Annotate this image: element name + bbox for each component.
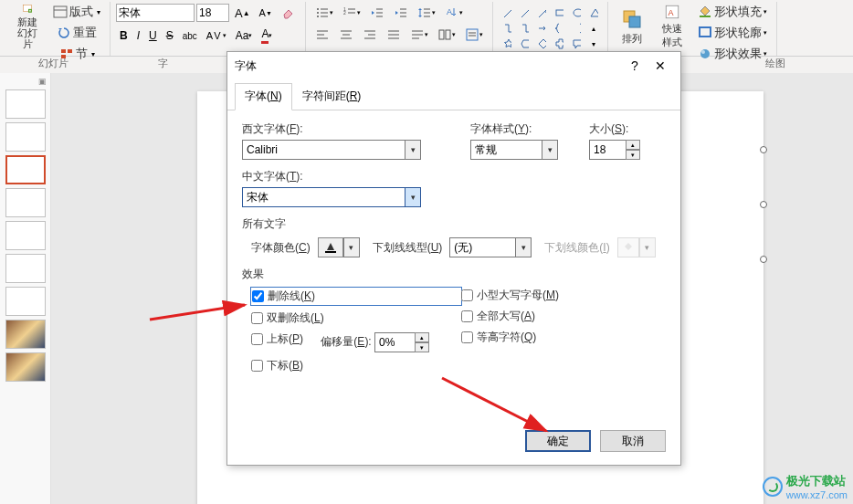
dialog-help-button[interactable]: ? bbox=[622, 55, 648, 77]
svg-rect-45 bbox=[467, 29, 478, 40]
columns-icon bbox=[437, 27, 452, 42]
align-left-button[interactable] bbox=[311, 26, 333, 44]
shape-outline-button[interactable]: 形状轮廓▾ bbox=[694, 23, 771, 43]
change-case-button[interactable]: Aa▾ bbox=[232, 26, 257, 45]
chevron-down-icon[interactable]: ▾ bbox=[542, 140, 558, 160]
dialog-close-button[interactable]: ✕ bbox=[648, 55, 673, 77]
chevron-down-icon[interactable]: ▾ bbox=[405, 187, 421, 207]
align-left-icon bbox=[315, 27, 330, 42]
underline-input[interactable] bbox=[449, 237, 515, 257]
spin-down[interactable]: ▾ bbox=[626, 150, 640, 160]
shape-plus[interactable] bbox=[551, 35, 567, 53]
increase-indent-button[interactable] bbox=[390, 4, 412, 22]
quick-style-button[interactable]: A 快速样式 bbox=[654, 2, 690, 51]
bullets-button[interactable]: ▾ bbox=[311, 4, 337, 22]
outline-icon bbox=[698, 26, 712, 40]
font-name-select[interactable] bbox=[116, 4, 195, 22]
new-slide-button[interactable]: 新建 幻灯片 bbox=[9, 2, 46, 51]
underline-button[interactable]: U bbox=[145, 26, 161, 45]
subscript-checkbox[interactable]: 下标(B) bbox=[251, 358, 461, 373]
chevron-down-icon[interactable]: ▾ bbox=[405, 140, 421, 160]
strike-button[interactable]: S bbox=[163, 26, 177, 45]
selection-handle[interactable] bbox=[760, 146, 767, 153]
all-caps-checkbox[interactable]: 全部大写(A) bbox=[461, 309, 559, 324]
spin-down[interactable]: ▾ bbox=[415, 342, 429, 352]
font-size-select[interactable] bbox=[196, 4, 229, 22]
bold-button[interactable]: B bbox=[116, 26, 132, 45]
columns-button[interactable]: ▾ bbox=[434, 26, 459, 44]
svg-rect-4 bbox=[61, 49, 66, 53]
increase-font-button[interactable]: A▲ bbox=[231, 4, 254, 22]
shadow-button[interactable]: abc bbox=[179, 26, 201, 45]
strikethrough-checkbox[interactable]: 删除线(K) bbox=[251, 288, 461, 305]
cancel-button[interactable]: 取消 bbox=[600, 430, 666, 452]
size-input[interactable] bbox=[589, 140, 626, 160]
offset-spinner[interactable]: ▴▾ bbox=[374, 332, 429, 352]
western-font-input[interactable] bbox=[242, 140, 405, 160]
font-color-button[interactable]: ▾ bbox=[318, 237, 360, 257]
shape-fill-button[interactable]: 形状填充▾ bbox=[694, 2, 771, 22]
italic-button[interactable]: I bbox=[133, 26, 143, 45]
align-text-button[interactable]: ▾ bbox=[461, 26, 487, 44]
shape-diamond[interactable] bbox=[533, 35, 550, 53]
chevron-down-icon[interactable]: ▾ bbox=[515, 237, 532, 257]
ribbon-group-arrange: 排列 A 快速样式 形状填充▾ 形状轮廓▾ 形状效果▾ bbox=[608, 2, 777, 56]
equalize-checkbox[interactable]: 等高字符(Q) bbox=[461, 330, 559, 345]
arrange-button[interactable]: 排列 bbox=[614, 2, 650, 51]
selection-handle[interactable] bbox=[760, 256, 767, 263]
section-font-label: 字 bbox=[106, 57, 219, 73]
dialog-button-row: 确定 取消 bbox=[227, 421, 680, 465]
superscript-checkbox[interactable]: 上标(P) bbox=[251, 331, 303, 347]
chinese-font-combo[interactable]: ▾ bbox=[242, 187, 423, 207]
tab-font[interactable]: 字体(N) bbox=[235, 83, 292, 110]
slide-thumb-3[interactable] bbox=[5, 155, 46, 184]
slide-thumb-5[interactable] bbox=[5, 221, 46, 250]
distribute-button[interactable]: ▾ bbox=[406, 26, 432, 44]
chinese-font-input[interactable] bbox=[242, 187, 405, 207]
shape-callout[interactable] bbox=[568, 35, 584, 53]
layout-button[interactable]: 版式▾ bbox=[49, 2, 104, 22]
western-font-combo[interactable]: ▾ bbox=[242, 140, 452, 160]
slide-thumb-7[interactable] bbox=[5, 287, 46, 316]
align-justify-button[interactable] bbox=[383, 26, 405, 44]
char-spacing-button[interactable]: AV▾ bbox=[203, 26, 230, 45]
ok-button[interactable]: 确定 bbox=[525, 430, 591, 452]
font-style-combo[interactable]: ▾ bbox=[470, 140, 571, 160]
double-strike-checkbox[interactable]: 双删除线(L) bbox=[251, 310, 461, 326]
shape-star[interactable] bbox=[499, 35, 515, 53]
selection-handle[interactable] bbox=[760, 201, 767, 208]
numbering-button[interactable]: 12▾ bbox=[339, 4, 364, 22]
western-font-label: 西文字体(F): bbox=[242, 121, 452, 137]
slide-thumb-1[interactable] bbox=[5, 89, 46, 119]
slide-thumb-9[interactable] bbox=[5, 352, 46, 382]
underline-combo[interactable]: ▾ bbox=[449, 237, 532, 257]
spin-up[interactable]: ▴ bbox=[626, 140, 640, 150]
align-right-button[interactable] bbox=[359, 26, 381, 44]
decrease-indent-button[interactable] bbox=[366, 4, 388, 22]
chevron-down-icon[interactable]: ▾ bbox=[343, 237, 360, 257]
font-style-input[interactable] bbox=[470, 140, 542, 160]
slide-thumb-2[interactable] bbox=[5, 122, 46, 152]
small-caps-checkbox[interactable]: 小型大写字母(M) bbox=[461, 288, 559, 303]
eraser-icon bbox=[281, 5, 296, 20]
reset-button[interactable]: 重置 bbox=[49, 23, 104, 43]
panel-collapse-icon[interactable]: ▣ bbox=[4, 77, 47, 86]
size-combo[interactable]: ▴▾ bbox=[589, 140, 640, 160]
size-spinner[interactable]: ▴▾ bbox=[626, 140, 640, 160]
decrease-font-button[interactable]: A▼ bbox=[256, 4, 276, 22]
text-direction-button[interactable]: A▾ bbox=[441, 4, 467, 22]
align-center-button[interactable] bbox=[335, 26, 357, 44]
line-spacing-button[interactable]: ▾ bbox=[414, 4, 439, 22]
slide-thumb-4[interactable] bbox=[5, 188, 46, 217]
spin-up[interactable]: ▴ bbox=[415, 332, 429, 342]
tab-char-spacing[interactable]: 字符间距(R) bbox=[292, 83, 372, 110]
shape-more[interactable]: ▾ bbox=[585, 35, 602, 53]
offset-input[interactable] bbox=[374, 332, 415, 352]
indent-icon bbox=[394, 5, 408, 20]
clear-format-button[interactable] bbox=[278, 4, 300, 22]
text-direction-icon: A bbox=[445, 5, 459, 20]
shape-hex[interactable] bbox=[516, 35, 532, 53]
font-color-button[interactable]: A▾ bbox=[258, 26, 276, 46]
slide-thumb-8[interactable] bbox=[5, 320, 46, 349]
slide-thumb-6[interactable] bbox=[5, 254, 46, 283]
